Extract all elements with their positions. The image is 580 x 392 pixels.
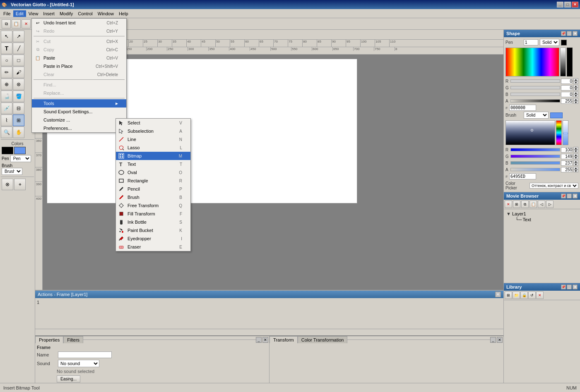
tools-free-transform[interactable]: Free Transform Q xyxy=(116,201,190,210)
pen-value[interactable] xyxy=(524,39,538,45)
pen-r-down[interactable]: ▼ xyxy=(573,81,578,84)
movie-paste-btn[interactable]: 📋 xyxy=(529,201,537,208)
tool-hand[interactable]: ✋ xyxy=(13,127,24,138)
tools-fill-transform[interactable]: Fill Transform F xyxy=(116,210,190,218)
tools-select[interactable]: Select V xyxy=(116,119,190,127)
brush-g-track[interactable] xyxy=(510,155,560,158)
tools-eraser[interactable]: Eraser E xyxy=(116,243,190,251)
sound-select[interactable]: No sound xyxy=(58,360,99,367)
brush-a-track[interactable] xyxy=(510,168,560,171)
tool-ink-bottle[interactable]: 🍶 xyxy=(1,91,12,102)
tree-layer1[interactable]: ▼ Layer1 xyxy=(505,211,578,217)
menu-insert[interactable]: Insert xyxy=(41,10,57,17)
tool-pencil[interactable]: ✏ xyxy=(1,67,12,78)
menu-file[interactable]: File xyxy=(1,10,13,17)
tool-brush[interactable]: 🖌 xyxy=(13,67,24,78)
pen-a-up[interactable]: ▲ xyxy=(573,98,578,101)
pen-r-up[interactable]: ▲ xyxy=(573,78,578,81)
brush-r-track[interactable] xyxy=(510,148,560,151)
easing-btn[interactable]: Easing... xyxy=(57,375,80,382)
menu-item-sound-export[interactable]: Sound Export Settings... xyxy=(32,108,126,116)
toolbar-delete[interactable]: ✕ xyxy=(22,19,31,29)
tool-subselect[interactable]: ↗ xyxy=(13,31,24,42)
pen-g-down[interactable]: ▼ xyxy=(573,88,578,91)
transform-close-btn[interactable]: ✕ xyxy=(497,337,503,343)
shape-panel-pin[interactable]: 📌 xyxy=(561,31,566,36)
pen-b-value[interactable] xyxy=(561,92,573,97)
actions-close-btn[interactable]: ✕ xyxy=(495,292,501,297)
library-close[interactable]: ✕ xyxy=(573,284,578,289)
actions-content[interactable]: 1 xyxy=(35,298,503,329)
pen-color-gradient[interactable] xyxy=(505,48,559,76)
menu-modify[interactable]: Modify xyxy=(57,10,75,17)
close-btn[interactable]: ✕ xyxy=(572,2,578,7)
name-input[interactable] xyxy=(58,351,112,358)
tool-zoom[interactable]: 🔍 xyxy=(1,127,12,138)
color-picker-select[interactable]: Оттенок, контраст и св xyxy=(529,183,578,189)
tool-lasso[interactable]: ⌇ xyxy=(1,115,12,126)
brush-hue-gradient[interactable] xyxy=(556,120,562,145)
pen-b-down[interactable]: ▼ xyxy=(573,94,578,97)
maximize-btn[interactable]: □ xyxy=(564,2,571,7)
shape-panel-close[interactable]: ✕ xyxy=(573,31,578,36)
toolbar-copy[interactable]: ⧉ xyxy=(2,19,11,29)
toolbar-paste[interactable]: 📋 xyxy=(12,19,21,29)
tools-line[interactable]: Line N xyxy=(116,135,190,143)
tab-color-transform[interactable]: Color Transformation xyxy=(298,336,348,343)
menu-view[interactable]: View xyxy=(26,10,41,17)
brush-r-value[interactable] xyxy=(561,147,573,153)
tab-transform[interactable]: Transform xyxy=(270,336,298,343)
menu-item-customize[interactable]: Customize ... xyxy=(32,116,126,124)
pen-g-value[interactable] xyxy=(561,85,573,91)
brush-light-gradient[interactable] xyxy=(563,120,568,145)
tools-ink-bottle[interactable]: Ink Bottle S xyxy=(116,218,190,226)
brush-g-down[interactable]: ▼ xyxy=(573,156,578,159)
movie-back-btn[interactable]: ◁ xyxy=(538,201,545,208)
pen-hex-input[interactable] xyxy=(509,105,536,111)
lib-btn-1[interactable]: ⊞ xyxy=(505,292,512,299)
brush-g-value[interactable] xyxy=(561,154,573,159)
pen-g-up[interactable]: ▲ xyxy=(573,85,578,88)
menu-item-preferences[interactable]: Preferences... xyxy=(32,124,126,132)
pen-r-value[interactable] xyxy=(561,79,573,84)
tool-text[interactable]: T xyxy=(1,43,12,54)
tools-text[interactable]: T Text T xyxy=(116,160,190,168)
tools-bitmap[interactable]: Bitmap M xyxy=(116,152,190,160)
pen-b-track[interactable] xyxy=(510,93,560,96)
menu-item-paste[interactable]: 📋 Paste Ctrl+V xyxy=(32,54,126,62)
menu-item-undo[interactable]: ↩ Undo Insert text Ctrl+Z xyxy=(32,19,126,27)
tool-paint-bucket[interactable]: 🪣 xyxy=(13,91,24,102)
minimize-btn[interactable]: _ xyxy=(557,2,563,7)
movie-browser-close[interactable]: ✕ xyxy=(573,194,578,198)
pen-style-select[interactable]: Solid xyxy=(540,39,559,46)
brush-type-select[interactable]: Brush xyxy=(2,168,22,175)
tools-eyedropper[interactable]: Eyedropper I xyxy=(116,234,190,243)
menu-control[interactable]: Control xyxy=(75,10,95,17)
tool-eyedropper[interactable]: 💉 xyxy=(1,103,12,114)
menu-item-paste-place[interactable]: Paste in Place Ctrl+Shift+V xyxy=(32,62,126,70)
tab-filters[interactable]: Filters xyxy=(63,336,83,343)
tool-free-transform[interactable]: ⊕ xyxy=(1,79,12,90)
pen-bw-gradient[interactable] xyxy=(560,48,566,76)
fill-color[interactable] xyxy=(14,147,26,154)
pen-g-track[interactable] xyxy=(510,86,560,89)
tools-rectangle[interactable]: Rectangle R xyxy=(116,177,190,185)
lib-btn-3[interactable]: 🔒 xyxy=(520,292,528,299)
actions-scrollbar[interactable] xyxy=(35,329,503,335)
tree-text[interactable]: └─ Text xyxy=(505,217,578,222)
brush-r-up[interactable]: ▲ xyxy=(573,147,578,150)
pen-type-select[interactable]: Pen xyxy=(10,155,31,162)
lib-btn-2[interactable]: 📁 xyxy=(513,292,520,299)
movie-delete-btn[interactable]: ✕ xyxy=(505,201,512,208)
brush-b-track[interactable] xyxy=(510,161,560,165)
tool-smooth[interactable]: ⌖ xyxy=(14,179,26,190)
menu-help[interactable]: Help xyxy=(116,10,131,17)
tool-bitmap[interactable]: ⊞ xyxy=(13,115,24,126)
pen-r-track[interactable] xyxy=(510,79,560,83)
tools-pencil[interactable]: Pencil P xyxy=(116,185,190,193)
properties-minimize-btn[interactable]: _ xyxy=(256,337,262,343)
movie-forward-btn[interactable]: ▷ xyxy=(546,201,554,208)
transform-minimize-btn[interactable]: _ xyxy=(490,337,496,343)
library-minimize[interactable]: _ xyxy=(567,284,572,289)
tool-select[interactable]: ↖ xyxy=(1,31,12,42)
